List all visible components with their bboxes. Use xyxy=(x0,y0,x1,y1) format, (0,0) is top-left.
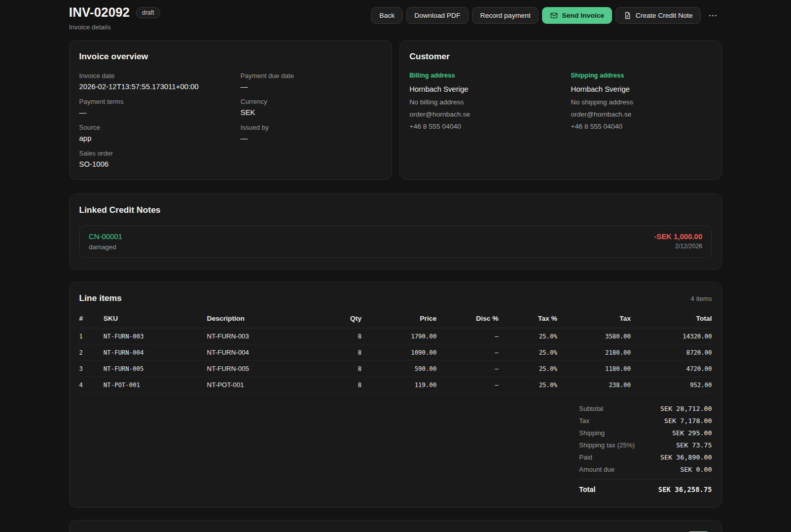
totals-row: Amount dueSEK 0.00 xyxy=(579,463,712,475)
shipping-address-block: Shipping address Hornbach Sverige No shi… xyxy=(571,72,712,135)
table-cell: NT-FURN-004 xyxy=(207,345,316,361)
table-row: 2NT-FURN-004NT-FURN-00481090.00–25.0%218… xyxy=(79,345,712,361)
overview-field-value: — xyxy=(240,134,381,142)
table-cell: 2180.00 xyxy=(557,345,631,361)
line-items-title: Line items xyxy=(79,293,122,303)
table-cell: 14320.00 xyxy=(631,328,712,345)
title-block: INV-02092 draft Invoice details xyxy=(69,5,160,31)
billing-phone: +46 8 555 04040 xyxy=(410,123,551,130)
totals-row: PaidSEK 36,890.00 xyxy=(579,451,712,463)
linked-credit-notes-card: Linked Credit Notes CN-00001damaged-SEK … xyxy=(69,194,722,270)
table-cell: – xyxy=(437,328,498,345)
payment-summary-card: Payment summary Track payments received … xyxy=(69,520,722,532)
table-cell: 3 xyxy=(79,361,103,377)
overview-field-grid: Invoice date2026-02-12T13:57:55.173011+0… xyxy=(79,72,382,168)
shipping-address-line: No shipping address xyxy=(571,98,712,106)
totals-value: SEK 28,712.00 xyxy=(660,405,712,412)
page-title: INV-02092 xyxy=(69,5,130,20)
credit-note-date: 2/12/2026 xyxy=(654,243,702,250)
overview-field-label: Payment due date xyxy=(240,72,381,80)
shipping-address-label: Shipping address xyxy=(571,72,712,79)
column-header: SKU xyxy=(103,311,207,328)
totals-value: SEK 36,890.00 xyxy=(660,453,712,461)
table-header-row: #SKUDescriptionQtyPriceDisc %Tax %TaxTot… xyxy=(79,311,712,328)
totals-label: Shipping tax (25%) xyxy=(579,441,635,449)
totals-value: SEK 295.00 xyxy=(672,429,712,437)
overview-field-label: Sales order xyxy=(79,149,220,157)
toolbar: Back Download PDF Record payment Send In… xyxy=(371,7,722,24)
record-payment-button[interactable]: Record payment xyxy=(472,7,538,24)
credit-note-left: CN-00001damaged xyxy=(89,233,122,251)
overview-field-value: — xyxy=(240,83,381,91)
table-cell: 1790.00 xyxy=(362,328,437,345)
table-cell: NT-FURN-005 xyxy=(103,361,207,377)
totals-row: SubtotalSEK 28,712.00 xyxy=(579,402,712,414)
table-cell: 952.00 xyxy=(631,377,712,393)
table-cell: – xyxy=(437,345,498,361)
envelope-icon xyxy=(550,12,558,19)
column-header: Total xyxy=(631,311,712,328)
billing-address-line: No billing address xyxy=(410,98,551,106)
overview-field: Issued by— xyxy=(240,124,381,142)
line-items-table: #SKUDescriptionQtyPriceDisc %Tax %TaxTot… xyxy=(79,311,712,393)
column-header: Qty xyxy=(316,311,362,328)
table-cell: 8 xyxy=(316,328,362,345)
shipping-phone: +46 8 555 04040 xyxy=(571,123,712,130)
status-badge: draft xyxy=(136,7,160,18)
grand-total-row: TotalSEK 36,258.75 xyxy=(579,479,712,496)
table-cell: 4 xyxy=(79,377,103,393)
credit-note-item[interactable]: CN-00001damaged-SEK 1,000.002/12/2026 xyxy=(79,225,712,258)
send-invoice-button[interactable]: Send Invoice xyxy=(542,7,612,24)
table-cell: 25.0% xyxy=(498,328,557,345)
table-row: 3NT-FURN-005NT-FURN-0058590.00–25.0%1180… xyxy=(79,361,712,377)
credit-note-list: CN-00001damaged-SEK 1,000.002/12/2026 xyxy=(79,225,712,258)
totals-value: SEK 73.75 xyxy=(676,441,712,449)
invoice-overview-card: Invoice overview Invoice date2026-02-12T… xyxy=(69,40,392,180)
overview-field-value: SEK xyxy=(240,108,381,117)
address-grid: Billing address Hornbach Sverige No bill… xyxy=(410,72,712,135)
billing-address-block: Billing address Hornbach Sverige No bill… xyxy=(410,72,551,135)
table-cell: 8720.00 xyxy=(631,345,712,361)
table-cell: 25.0% xyxy=(498,361,557,377)
overview-field: CurrencySEK xyxy=(240,98,381,117)
shipping-name: Hornbach Sverige xyxy=(571,85,712,93)
overview-field-value: 2026-02-12T13:57:55.173011+00:00 xyxy=(79,83,220,91)
table-cell: 1180.00 xyxy=(557,361,631,377)
credit-note-amount: -SEK 1,000.00 xyxy=(654,233,702,241)
more-button[interactable]: ⋯ xyxy=(704,7,722,24)
overview-field: Payment terms— xyxy=(79,98,220,117)
download-pdf-button[interactable]: Download PDF xyxy=(406,7,469,24)
table-cell: – xyxy=(437,377,498,393)
column-header: Tax % xyxy=(498,311,557,328)
page-header: INV-02092 draft Invoice details Back Dow… xyxy=(69,4,722,40)
overview-field: Payment due date— xyxy=(240,72,381,91)
totals-label: Tax xyxy=(579,417,589,425)
billing-address-label: Billing address xyxy=(410,72,551,79)
table-cell: 2 xyxy=(79,345,103,361)
table-cell: NT-FURN-005 xyxy=(207,361,316,377)
table-cell: 8 xyxy=(316,361,362,377)
table-cell: – xyxy=(437,361,498,377)
table-cell: 590.00 xyxy=(362,361,437,377)
credit-note-reason: damaged xyxy=(89,243,122,251)
line-items-count: 4 items xyxy=(691,295,712,302)
totals-label: Subtotal xyxy=(579,405,603,412)
overview-field-value: — xyxy=(79,108,220,117)
table-cell: 119.00 xyxy=(362,377,437,393)
table-row: 4NT-POT-001NT-POT-0018119.00–25.0%238.00… xyxy=(79,377,712,393)
line-items-card: Line items 4 items #SKUDescriptionQtyPri… xyxy=(69,282,722,508)
credit-note-link[interactable]: CN-00001 xyxy=(89,233,122,241)
table-cell: NT-FURN-003 xyxy=(103,328,207,345)
overview-field: Invoice date2026-02-12T13:57:55.173011+0… xyxy=(79,72,220,91)
back-button[interactable]: Back xyxy=(371,7,403,24)
table-cell: 3580.00 xyxy=(557,328,631,345)
grand-total-value: SEK 36,258.75 xyxy=(658,485,712,493)
column-header: Tax xyxy=(557,311,631,328)
invoice-overview-title: Invoice overview xyxy=(79,52,382,62)
create-credit-note-button[interactable]: Create Credit Note xyxy=(616,7,701,24)
billing-name: Hornbach Sverige xyxy=(410,85,551,93)
overview-field-label: Issued by xyxy=(240,124,381,131)
overview-field-label: Currency xyxy=(240,98,381,105)
table-cell: NT-POT-001 xyxy=(207,377,316,393)
overview-field-label: Payment terms xyxy=(79,98,220,105)
